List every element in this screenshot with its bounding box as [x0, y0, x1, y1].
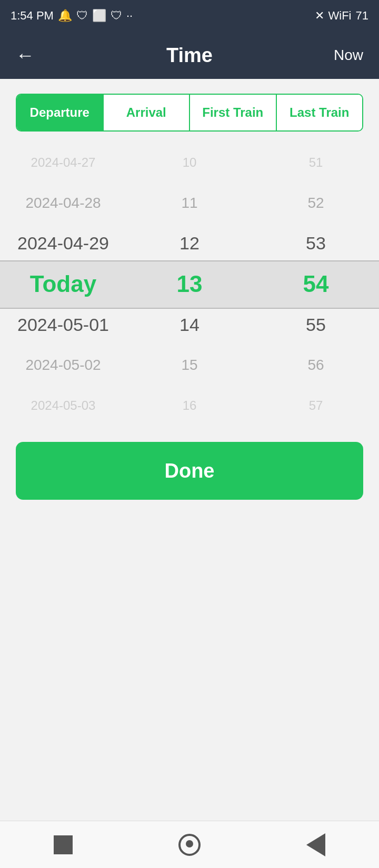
minute-item[interactable]: 57 [253, 386, 379, 426]
hour-item[interactable]: 15 [126, 345, 253, 386]
status-bar: 1:54 PM 🔔 🛡 ⬜ 🛡 ·· ✕ WiFi 71 [0, 0, 379, 32]
tab-last-train[interactable]: Last Train [277, 95, 363, 130]
date-item[interactable]: 2024-05-01 [0, 305, 126, 345]
circle-inner [186, 840, 193, 847]
battery-level: 71 [356, 9, 368, 23]
tab-first-train[interactable]: First Train [190, 95, 277, 130]
hour-item[interactable]: 11 [126, 183, 253, 223]
tab-bar: Departure Arrival First Train Last Train [16, 94, 363, 132]
date-item[interactable]: 2024-04-27 [0, 142, 126, 183]
bottom-nav [0, 821, 379, 868]
tab-departure[interactable]: Departure [17, 95, 104, 130]
date-item[interactable]: 2024-04-28 [0, 183, 126, 223]
date-item[interactable]: 2024-04-29 [0, 223, 126, 264]
circle-icon [178, 834, 201, 856]
status-left: 1:54 PM 🔔 🛡 ⬜ 🛡 ·· [11, 9, 133, 23]
minute-column[interactable]: 51 52 53 54 55 56 57 [253, 142, 379, 426]
hour-item[interactable]: 14 [126, 305, 253, 345]
minute-item[interactable]: 51 [253, 142, 379, 183]
hour-item[interactable]: 16 [126, 386, 253, 426]
page-title: Time [166, 44, 213, 67]
date-item-selected[interactable]: Today [0, 264, 126, 304]
date-item[interactable]: 2024-05-03 [0, 386, 126, 426]
minute-item-selected[interactable]: 54 [253, 264, 379, 304]
now-button[interactable]: Now [334, 47, 363, 64]
hour-column[interactable]: 10 11 12 13 14 15 16 [126, 142, 253, 426]
mute-icon: 🔔 [58, 9, 72, 23]
nav-back-button[interactable] [300, 829, 332, 861]
square-icon: ⬜ [92, 9, 106, 23]
minute-item[interactable]: 52 [253, 183, 379, 223]
nav-home-button[interactable] [174, 829, 205, 861]
done-button[interactable]: Done [16, 442, 363, 500]
shield2-icon: 🛡 [111, 9, 122, 23]
hour-item[interactable]: 12 [126, 223, 253, 264]
minute-item[interactable]: 56 [253, 345, 379, 386]
hour-item-selected[interactable]: 13 [126, 264, 253, 304]
dots-icon: ·· [126, 9, 133, 23]
wifi-icon: WiFi [328, 9, 352, 23]
picker-container: 2024-04-27 2024-04-28 2024-04-29 Today 2… [0, 142, 379, 426]
status-time: 1:54 PM [11, 9, 54, 23]
shield-icon: 🛡 [76, 9, 88, 23]
minute-item[interactable]: 53 [253, 223, 379, 264]
square-icon [54, 835, 73, 854]
tab-arrival[interactable]: Arrival [104, 95, 191, 130]
picker-columns[interactable]: 2024-04-27 2024-04-28 2024-04-29 Today 2… [0, 142, 379, 426]
date-item[interactable]: 2024-05-02 [0, 345, 126, 386]
minute-item[interactable]: 55 [253, 305, 379, 345]
back-button[interactable]: ← [16, 44, 35, 66]
hour-item[interactable]: 10 [126, 142, 253, 183]
date-column[interactable]: 2024-04-27 2024-04-28 2024-04-29 Today 2… [0, 142, 126, 426]
triangle-icon [306, 833, 325, 856]
nav-square-button[interactable] [47, 829, 79, 861]
close-icon: ✕ [315, 9, 324, 23]
header: ← Time Now [0, 32, 379, 79]
status-right: ✕ WiFi 71 [315, 9, 368, 23]
